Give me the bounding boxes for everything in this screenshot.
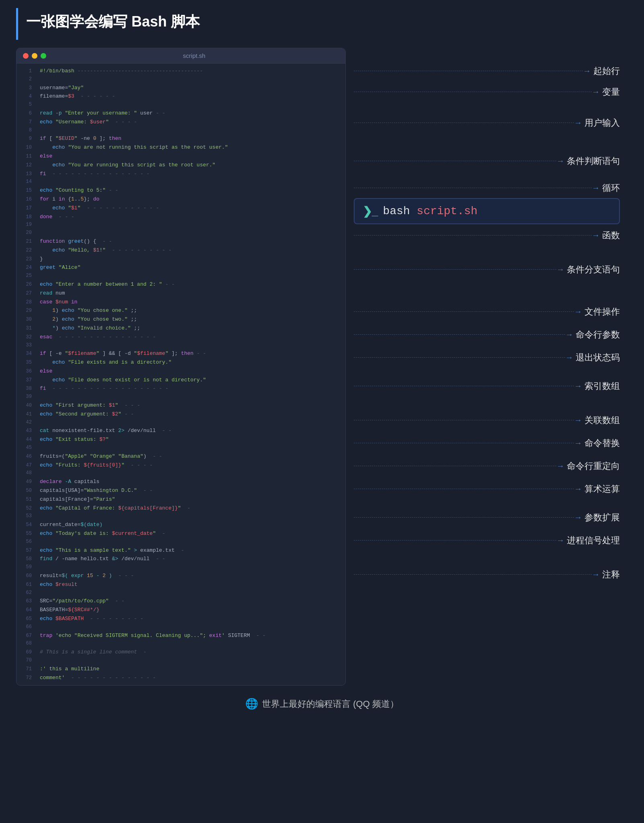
annotation-arithmetic: 算术运算 — [585, 483, 620, 495]
dot-yellow[interactable] — [32, 53, 37, 59]
annotation-param-exp: 参数扩展 — [585, 512, 620, 524]
editor-filename: script.sh — [49, 52, 339, 59]
annotation-function: 函数 — [602, 229, 620, 242]
annotation-user-input: 用户输入 — [585, 117, 620, 129]
annotation-assoc-array: 关联数组 — [585, 414, 620, 426]
annotations-panel: → 起始行 → 变量 → 用户输入 — [346, 48, 628, 580]
code-area: 1#!/bin/bash ---------------------------… — [16, 63, 345, 685]
annotation-variable: 变量 — [602, 86, 620, 98]
bash-cmd-box: ❯_ bash script.sh — [354, 198, 620, 224]
annotation-conditional: 条件判断语句 — [567, 155, 620, 167]
annotation-file-ops: 文件操作 — [585, 306, 620, 318]
annotation-case: 条件分支语句 — [567, 264, 620, 276]
dot-green[interactable] — [41, 53, 46, 59]
annotation-redirect: 命令行重定向 — [567, 460, 620, 472]
annotation-array: 索引数组 — [585, 380, 620, 392]
footer-icon: 🌐 — [245, 698, 258, 710]
editor-titlebar: script.sh — [16, 48, 345, 63]
annotation-comment: 注释 — [602, 569, 620, 581]
editor-panel: script.sh 1#!/bin/bash -----------------… — [16, 48, 346, 686]
bash-icon: ❯_ — [363, 205, 378, 218]
annotation-signal: 进程信号处理 — [567, 534, 620, 547]
annotation-loop: 循环 — [602, 182, 620, 194]
annotation-cmd-sub: 命令替换 — [585, 437, 620, 449]
annotation-cmd-args: 命令行参数 — [576, 329, 620, 341]
annotation-exit-code: 退出状态码 — [576, 352, 620, 364]
annotation-shebang: 起始行 — [593, 65, 620, 77]
footer: 🌐 世界上最好的编程语言 (QQ 频道） — [245, 698, 399, 710]
page-title: 一张图学会编写 Bash 脚本 — [16, 8, 628, 40]
dot-red[interactable] — [23, 53, 29, 59]
bash-cmd-text: bash script.sh — [383, 205, 478, 217]
